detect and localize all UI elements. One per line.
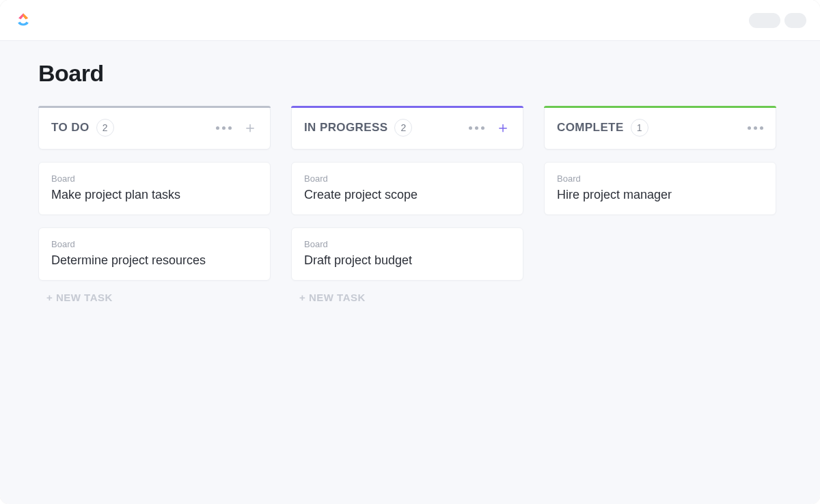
main-area: Board TO DO 2 ＋ Board Make project plan … [0, 41, 820, 504]
task-title: Create project scope [304, 188, 510, 202]
more-icon[interactable] [748, 126, 763, 130]
top-bar [0, 0, 820, 41]
task-card[interactable]: Board Make project plan tasks [38, 162, 271, 215]
column-todo: TO DO 2 ＋ Board Make project plan tasks … [38, 106, 271, 303]
column-header-in-progress: IN PROGRESS 2 ＋ [291, 106, 523, 150]
column-count-badge: 1 [631, 119, 648, 137]
task-card[interactable]: Board Hire project manager [544, 162, 776, 215]
more-icon[interactable] [216, 126, 232, 130]
top-bar-right [749, 13, 806, 28]
app-logo-icon [14, 11, 33, 30]
column-title: COMPLETE [557, 121, 624, 135]
topbar-pill-button-1[interactable] [749, 13, 780, 28]
task-breadcrumb: Board [557, 173, 763, 184]
new-task-button[interactable]: + NEW TASK [38, 292, 271, 303]
topbar-pill-button-2[interactable] [784, 13, 806, 28]
task-breadcrumb: Board [51, 173, 258, 184]
column-title: TO DO [51, 121, 90, 135]
column-header-complete: COMPLETE 1 [544, 106, 776, 150]
task-breadcrumb: Board [304, 173, 510, 184]
task-breadcrumb: Board [51, 239, 258, 249]
add-task-icon[interactable]: ＋ [495, 120, 510, 135]
task-card[interactable]: Board Determine project resources [38, 227, 271, 281]
task-card[interactable]: Board Create project scope [291, 162, 523, 215]
task-title: Hire project manager [557, 188, 763, 202]
task-title: Determine project resources [51, 253, 258, 268]
column-complete: COMPLETE 1 Board Hire project manager [544, 106, 776, 215]
task-title: Draft project budget [304, 253, 510, 268]
task-title: Make project plan tasks [51, 188, 258, 202]
column-title: IN PROGRESS [304, 121, 387, 135]
more-icon[interactable] [469, 126, 484, 130]
page-title: Board [38, 60, 793, 87]
column-in-progress: IN PROGRESS 2 ＋ Board Create project sco… [291, 106, 523, 303]
column-count-badge: 2 [96, 119, 114, 137]
add-task-icon[interactable]: ＋ [243, 120, 258, 135]
new-task-button[interactable]: + NEW TASK [291, 292, 523, 303]
task-card[interactable]: Board Draft project budget [291, 227, 523, 281]
column-header-todo: TO DO 2 ＋ [38, 106, 271, 150]
column-count-badge: 2 [394, 119, 412, 137]
task-breadcrumb: Board [304, 239, 510, 249]
board-columns: TO DO 2 ＋ Board Make project plan tasks … [38, 106, 793, 303]
